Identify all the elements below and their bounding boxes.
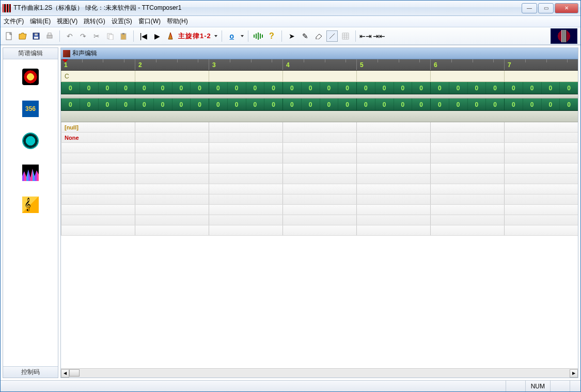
pattern-cell[interactable]: 0000 [430, 82, 504, 94]
menu-file[interactable]: 文件(F) [4, 17, 24, 26]
resize-grip-icon[interactable] [570, 381, 580, 391]
pattern-subcell[interactable]: 0 [283, 82, 301, 94]
chord-cell[interactable]: C [61, 71, 135, 81]
track-cell[interactable] [504, 194, 578, 204]
track-cell[interactable]: [null] [61, 122, 135, 132]
track-row[interactable] [61, 153, 578, 164]
pattern-subcell[interactable]: 0 [505, 99, 523, 110]
track-cell[interactable] [135, 133, 209, 142]
rewind-icon[interactable]: |◀ [138, 30, 149, 42]
track-cell[interactable] [135, 205, 209, 215]
copy-icon[interactable] [104, 30, 116, 42]
pattern-subcell[interactable]: 0 [246, 99, 264, 110]
pattern-subcell[interactable]: 0 [338, 82, 356, 94]
track-cell[interactable] [356, 225, 430, 235]
track-cell[interactable] [209, 122, 282, 132]
scroll-right-arrow-icon[interactable]: ▶ [570, 369, 578, 378]
track-cell[interactable] [61, 153, 135, 163]
minimize-button[interactable]: — [522, 3, 537, 13]
track-cell[interactable] [504, 205, 578, 215]
print-icon[interactable] [44, 30, 55, 42]
save-icon[interactable] [30, 30, 42, 42]
ruler-measure[interactable]: 3 [209, 59, 282, 70]
track-cell[interactable] [356, 215, 430, 225]
pattern-subcell[interactable]: 0 [264, 82, 282, 94]
pattern-subcell[interactable]: 0 [320, 99, 338, 110]
ruler-measure[interactable]: 4 [282, 59, 356, 70]
track-cell[interactable] [504, 153, 578, 163]
track-cell[interactable] [282, 184, 356, 194]
scroll-track[interactable] [69, 369, 570, 378]
pencil-tool-icon[interactable]: ✎ [300, 30, 311, 42]
pattern-subcell[interactable]: 0 [61, 82, 80, 94]
pattern-subcell[interactable]: 0 [559, 82, 578, 94]
track-cell[interactable] [356, 122, 430, 132]
pattern-subcell[interactable]: 0 [264, 99, 282, 110]
pattern-subcell[interactable]: 0 [505, 82, 523, 94]
track-cell[interactable] [504, 164, 578, 173]
track-cell[interactable] [209, 215, 282, 225]
track-cell[interactable] [135, 153, 209, 163]
track-cell[interactable] [61, 225, 135, 235]
track-cell[interactable] [61, 143, 135, 153]
track-cell[interactable] [430, 153, 504, 163]
track-cell[interactable] [61, 174, 135, 184]
scroll-thumb[interactable] [69, 369, 80, 377]
new-file-icon[interactable] [4, 30, 15, 42]
track-cell[interactable] [282, 153, 356, 163]
track-cell[interactable]: None [61, 133, 135, 142]
pattern-subcell[interactable]: 0 [485, 82, 504, 94]
chord-cell[interactable] [209, 71, 282, 81]
pattern-subcell[interactable]: 0 [246, 82, 264, 94]
pattern-subcell[interactable]: 0 [98, 82, 117, 94]
track-row[interactable] [61, 164, 578, 174]
pattern-cell[interactable]: 0000 [61, 82, 135, 94]
track-cell[interactable] [504, 143, 578, 153]
metronome-icon[interactable] [165, 30, 176, 42]
pattern-cell[interactable]: 0000 [282, 99, 356, 110]
pattern-subcell[interactable]: 0 [375, 99, 394, 110]
track-cell[interactable] [282, 174, 356, 184]
pattern-subcell[interactable]: 0 [153, 99, 172, 110]
pattern-subcell[interactable]: 0 [338, 99, 356, 110]
play-icon[interactable]: ▶ [151, 30, 163, 42]
maximize-button[interactable]: ▭ [538, 3, 554, 13]
sidebar-header[interactable]: 简谱编辑 [3, 48, 58, 59]
chord-cell[interactable] [282, 71, 356, 81]
pointer-tool-icon[interactable]: ➤ [286, 30, 297, 42]
pattern-cell[interactable]: 0000 [504, 99, 578, 110]
track-cell[interactable] [209, 164, 282, 173]
track-cell[interactable] [61, 184, 135, 194]
dropdown-icon[interactable] [241, 35, 244, 37]
pattern-subcell[interactable]: 0 [190, 82, 209, 94]
menu-settings[interactable]: 设置(S) [112, 17, 132, 26]
chord-cell[interactable] [356, 71, 430, 81]
track-row[interactable] [61, 174, 578, 184]
pattern-cell[interactable]: 0000 [209, 82, 282, 94]
sidebar-icon-melody[interactable] [22, 69, 39, 85]
track-cell[interactable] [282, 122, 356, 132]
pattern-cell[interactable]: 0000 [504, 82, 578, 94]
track-cell[interactable] [430, 164, 504, 173]
track-row[interactable] [61, 184, 578, 194]
track-cell[interactable] [135, 174, 209, 184]
pattern-subcell[interactable]: 0 [431, 82, 449, 94]
pattern-subcell[interactable]: 0 [467, 99, 486, 110]
track-cell[interactable] [135, 215, 209, 225]
pattern-subcell[interactable]: 0 [357, 82, 375, 94]
pattern-subcell[interactable]: 0 [80, 82, 98, 94]
track-cell[interactable] [356, 133, 430, 142]
track-cell[interactable] [430, 215, 504, 225]
close-button[interactable]: ✕ [555, 3, 578, 13]
pattern-subcell[interactable]: 0 [357, 99, 375, 110]
track-cell[interactable] [504, 122, 578, 132]
track-cell[interactable] [282, 205, 356, 215]
pattern-subcell[interactable]: 0 [190, 99, 209, 110]
pattern-cell[interactable]: 0000 [135, 99, 209, 110]
track-cell[interactable] [430, 133, 504, 142]
pattern-subcell[interactable]: 0 [172, 82, 191, 94]
track-cell[interactable] [504, 133, 578, 142]
pattern-subcell[interactable]: 0 [61, 99, 80, 110]
track-cell[interactable] [430, 184, 504, 194]
panel-title[interactable]: 和声编辑 [61, 48, 578, 59]
